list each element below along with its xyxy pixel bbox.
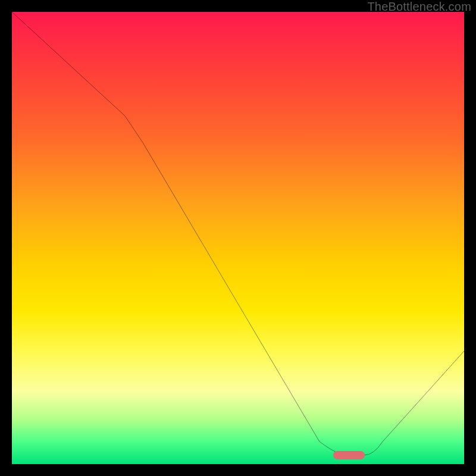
current-config-marker xyxy=(333,451,365,459)
bottleneck-curve xyxy=(12,12,464,464)
chart-frame: TheBottleneck.com xyxy=(0,0,476,476)
curve-path xyxy=(12,12,464,455)
plot-area xyxy=(12,12,464,464)
